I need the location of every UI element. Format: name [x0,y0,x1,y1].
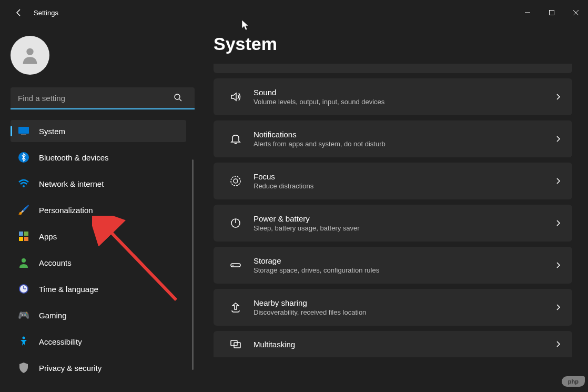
card-subtitle: Discoverability, received files location [254,308,554,316]
svg-point-13 [22,258,26,263]
setting-card-notifications[interactable]: Notifications Alerts from apps and syste… [214,120,572,157]
card-subtitle: Sleep, battery usage, battery saver [254,224,554,232]
sidebar-item-label: Privacy & security [39,364,102,373]
nav-list: System Bluetooth & devices Network & int… [11,120,189,392]
setting-card-storage[interactable]: Storage Storage space, drives, configura… [214,247,572,284]
svg-rect-10 [24,232,28,236]
clock-icon [18,283,29,295]
wifi-icon [18,178,29,189]
chevron-right-icon [554,219,562,227]
svg-rect-9 [19,232,23,236]
setting-card-focus[interactable]: Focus Reduce distractions [214,163,572,199]
sidebar-item-accessibility[interactable]: Accessibility [11,330,186,353]
sidebar-item-label: System [39,127,65,136]
multitasking-icon [224,338,247,350]
card-title: Power & battery [254,214,554,223]
svg-point-24 [232,265,234,266]
svg-point-2 [26,48,33,55]
window-controls [515,4,588,21]
sidebar-item-gaming[interactable]: 🎮 Gaming [11,304,186,326]
sidebar-item-label: Apps [39,232,57,241]
chevron-right-icon [554,304,562,311]
avatar [11,36,49,75]
card-title: Focus [254,172,554,181]
accessibility-icon [18,336,29,347]
power-icon [224,217,247,229]
sidebar-item-personalization[interactable]: 🖌️ Personalization [11,199,186,221]
profile-section[interactable] [11,36,189,75]
chevron-right-icon [554,93,562,100]
svg-point-8 [23,185,25,187]
sidebar-item-label: Accessibility [39,337,82,346]
svg-rect-11 [19,237,23,241]
svg-rect-23 [231,264,240,267]
svg-point-20 [234,179,238,183]
card-subtitle: Reduce distractions [254,182,554,190]
setting-card-nearby[interactable]: Nearby sharing Discoverability, received… [214,289,572,326]
focus-icon [224,175,247,187]
sidebar: System Bluetooth & devices Network & int… [0,25,195,392]
sidebar-item-accounts[interactable]: Accounts [11,252,186,274]
sidebar-item-apps[interactable]: Apps [11,225,186,247]
sidebar-item-network[interactable]: Network & internet [11,173,186,195]
bluetooth-icon [18,152,29,163]
apps-icon [18,230,29,242]
maximize-button[interactable] [540,4,564,21]
sound-icon [224,91,247,103]
scrollbar[interactable] [192,159,194,370]
card-subtitle: Storage space, drives, configuration rul… [254,266,554,274]
sidebar-item-label: Gaming [39,311,67,320]
sidebar-item-system[interactable]: System [11,120,186,142]
svg-point-19 [231,176,240,186]
bell-icon [224,133,247,145]
setting-card-power[interactable]: Power & battery Sleep, battery usage, ba… [214,205,572,242]
setting-card-sound[interactable]: Sound Volume levels, output, input, soun… [214,78,572,115]
chevron-right-icon [554,340,562,348]
svg-rect-1 [550,11,554,15]
main-content: System Sound Volume levels, output, inpu… [195,25,588,392]
svg-rect-12 [24,237,28,241]
chevron-right-icon [554,262,562,269]
card-title: Multitasking [254,340,554,349]
svg-point-18 [23,337,25,339]
sidebar-item-label: Time & language [39,285,98,294]
share-icon [224,301,247,314]
sidebar-item-label: Bluetooth & devices [39,153,109,162]
sidebar-item-label: Accounts [39,258,72,267]
partial-card-top[interactable] [214,64,572,73]
svg-line-4 [179,99,181,101]
svg-point-3 [175,94,180,99]
search-input[interactable] [11,87,195,109]
watermark: php [562,376,585,387]
account-icon [18,257,29,268]
card-title: Sound [254,88,554,97]
search-box [11,87,189,109]
card-subtitle: Volume levels, output, input, sound devi… [254,98,554,106]
minimize-button[interactable] [515,4,540,21]
chevron-right-icon [554,177,562,185]
card-subtitle: Alerts from apps and system, do not dist… [254,140,554,148]
paintbrush-icon: 🖌️ [18,204,29,216]
chevron-right-icon [554,135,562,143]
svg-rect-5 [18,127,29,134]
back-button[interactable] [11,4,27,21]
card-title: Nearby sharing [254,298,554,307]
search-icon [174,93,182,104]
system-icon [18,125,29,137]
sidebar-item-privacy[interactable]: Privacy & security [11,357,186,379]
sidebar-item-label: Network & internet [39,179,104,188]
app-title: Settings [34,9,58,17]
sidebar-item-bluetooth[interactable]: Bluetooth & devices [11,146,186,168]
card-title: Storage [254,256,554,265]
shield-icon [18,362,29,374]
sidebar-item-time[interactable]: Time & language [11,278,186,300]
close-button[interactable] [564,4,588,21]
setting-card-multitasking[interactable]: Multitasking [214,331,572,357]
sidebar-item-label: Personalization [39,206,93,215]
gamepad-icon: 🎮 [18,309,29,321]
storage-icon [224,259,247,272]
svg-rect-6 [21,134,26,135]
card-title: Notifications [254,130,554,139]
titlebar: Settings [0,0,588,25]
page-title: System [214,34,572,54]
